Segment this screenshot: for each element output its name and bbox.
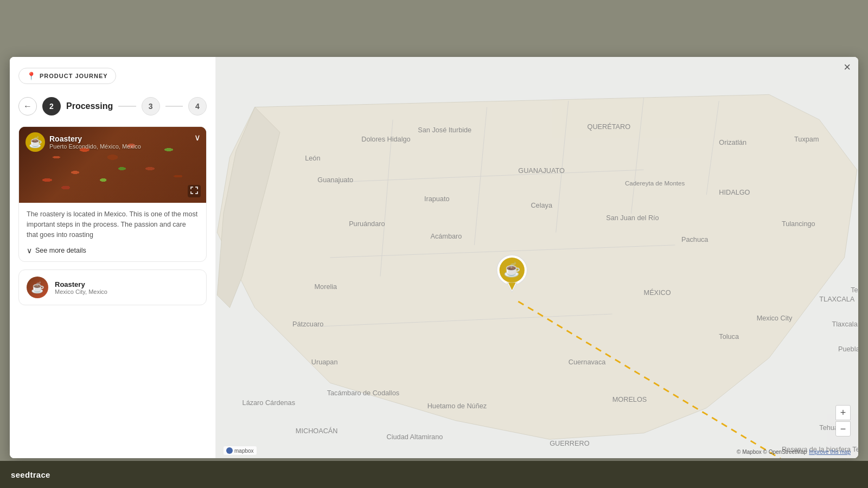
improve-map-link[interactable]: Improve this map [809,449,851,455]
svg-text:Tacámbaro de Codallos: Tacámbaro de Codallos [327,389,399,397]
step-divider [118,106,136,107]
svg-text:Puebla: Puebla [838,345,858,353]
svg-text:San José Iturbide: San José Iturbide [418,126,471,134]
small-card-subtitle: Mexico City, Mexico [55,288,107,295]
svg-text:Celaya: Celaya [531,201,552,209]
see-more-button[interactable]: ∨ See more details [27,246,86,255]
card-image: ☕ Roastery Puerto Escondido, México, Mex… [19,127,206,203]
svg-text:Morelia: Morelia [315,282,338,291]
svg-text:QUERÉTARO: QUERÉTARO [588,123,631,131]
svg-text:Lázaro Cárdenas: Lázaro Cárdenas [242,399,295,407]
map-svg: León Dolores Hidalgo San José Iturbide Q… [216,57,858,458]
mapbox-logo: mapbox [224,446,257,455]
footer: seedtrace [0,461,868,488]
modal-close-button[interactable]: × [844,61,851,73]
attribution-text: © Mapbox © OpenStreetMap [737,449,807,455]
card-header: ☕ Roastery Puerto Escondido, México, Mex… [25,132,141,152]
card-title: Roastery [49,134,141,143]
mapbox-label: mapbox [234,448,254,454]
svg-text:GUERRERO: GUERRERO [550,439,590,447]
svg-text:Huetamo de Núñez: Huetamo de Núñez [427,402,487,410]
card-fullscreen-button[interactable] [188,185,201,197]
svg-text:MÉXICO: MÉXICO [644,288,671,297]
small-card-info: Roastery Mexico City, Mexico [55,280,107,295]
step-navigation: ← 2 Processing 3 4 [18,97,207,115]
small-card-title: Roastery [55,280,107,288]
pin-icon: 📍 [27,72,36,80]
svg-text:Acámbaro: Acámbaro [430,232,462,240]
card-expand-button[interactable]: ∨ [194,132,201,143]
svg-text:☕: ☕ [503,261,521,278]
roastery-card-small[interactable]: ☕ Roastery Mexico City, Mexico [18,269,207,305]
small-avatar: ☕ [27,277,48,298]
svg-text:TLAXCALA: TLAXCALA [819,295,854,303]
svg-text:Puruándaro: Puruándaro [349,220,385,228]
zoom-out-button[interactable]: − [835,421,851,436]
svg-text:Irapuato: Irapuato [424,195,450,203]
card-subtitle: Puerto Escondido, México, Mexico [49,143,141,150]
card-title-group: Roastery Puerto Escondido, México, Mexic… [49,134,141,150]
step-3-circle[interactable]: 3 [142,97,160,115]
svg-text:Orizatlán: Orizatlán [719,138,746,146]
svg-text:San Juan del Río: San Juan del Río [606,214,659,222]
svg-text:GUANAJUATO: GUANAJUATO [518,166,565,175]
svg-text:Cadereyta de Montes: Cadereyta de Montes [625,180,685,187]
product-journey-label: 📍 PRODUCT JOURNEY [18,68,116,84]
svg-text:Uruapan: Uruapan [311,358,338,366]
svg-text:Dolores Hidalgo: Dolores Hidalgo [361,135,410,143]
step-back-button[interactable]: ← [18,97,37,115]
seedtrace-logo: seedtrace [11,470,50,479]
map-panel: León Dolores Hidalgo San José Iturbide Q… [216,57,858,458]
svg-text:MORELOS: MORELOS [612,395,647,403]
step-4-circle[interactable]: 4 [188,97,207,115]
mapbox-circle-icon [226,447,233,454]
svg-text:Guanajuato: Guanajuato [317,176,353,184]
step-divider-2 [165,106,183,107]
card-description: The roastery is located in Mexico. This … [27,209,199,240]
svg-text:HIDALGO: HIDALGO [719,188,750,196]
product-journey-text: PRODUCT JOURNEY [40,73,108,79]
see-more-label: See more details [35,247,86,254]
svg-text:Ciudad Altamirano: Ciudad Altamirano [387,433,443,441]
zoom-in-button[interactable]: + [835,405,851,420]
svg-text:Toluca: Toluca [719,332,739,341]
svg-text:MICHOACÁN: MICHOACÁN [296,427,338,435]
map-controls: + − [835,405,851,436]
svg-text:Tulancingo: Tulancingo [782,220,815,228]
svg-text:Pachuca: Pachuca [681,235,709,243]
svg-text:León: León [305,154,320,162]
step-2-circle[interactable]: 2 [42,97,61,115]
svg-text:Tlaxcala: Tlaxcala [832,320,858,328]
svg-text:Tuxpam: Tuxpam [794,135,819,143]
svg-text:Mexico City: Mexico City [757,314,793,322]
map-attribution: © Mapbox © OpenStreetMap Improve this ma… [737,449,851,455]
product-journey-modal: × 📍 PRODUCT JOURNEY ← 2 Processing 3 4 [10,57,858,458]
roastery-card-expanded: ☕ Roastery Puerto Escondido, México, Mex… [18,126,207,262]
chevron-down-icon: ∨ [27,246,32,255]
svg-text:Pátzcuaro: Pátzcuaro [292,320,323,328]
step-label: Processing [66,101,113,111]
card-body: The roastery is located in Mexico. This … [19,203,206,261]
card-avatar: ☕ [25,132,45,152]
svg-text:Teziutlán: Teziutlán [851,286,858,294]
left-panel: 📍 PRODUCT JOURNEY ← 2 Processing 3 4 [10,57,216,458]
svg-text:Cuernavaca: Cuernavaca [569,358,606,366]
